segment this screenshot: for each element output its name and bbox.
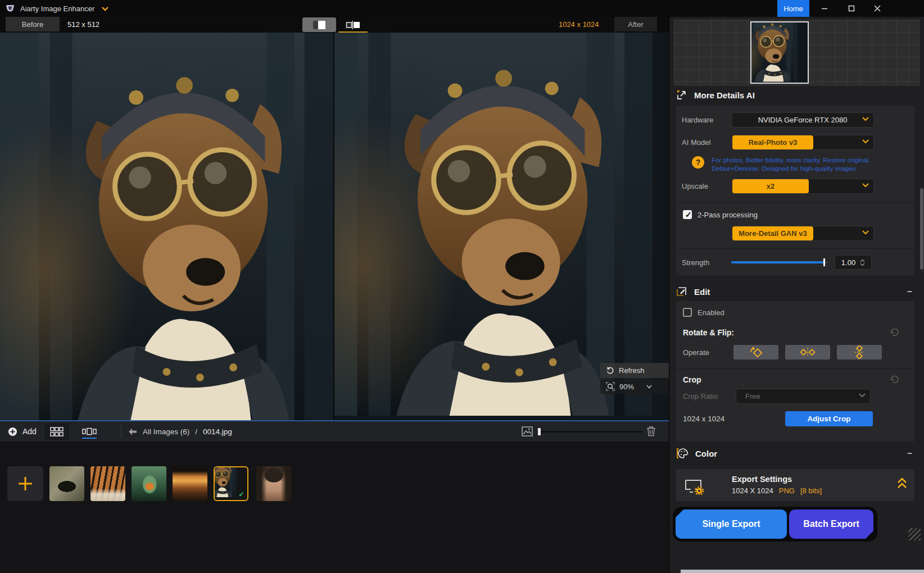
window-bottom-edge xyxy=(681,570,924,573)
refresh-button[interactable]: Refresh xyxy=(600,363,669,378)
app-logo-icon xyxy=(4,3,16,14)
upscale-dropdown[interactable]: x2 xyxy=(731,179,874,194)
more-details-title: More Details AI xyxy=(694,90,755,100)
maximize-button[interactable] xyxy=(842,0,861,17)
flip-vertical-button[interactable] xyxy=(837,345,882,360)
rotate-icon xyxy=(749,347,763,358)
thumbnail-size-slider[interactable] xyxy=(538,431,642,433)
thumbnail-tiger[interactable] xyxy=(90,466,125,501)
title-chevron-down-icon[interactable] xyxy=(101,6,109,11)
strength-label: Strength xyxy=(682,258,724,267)
rotate-flip-undo-icon[interactable] xyxy=(890,329,900,336)
thumbnail-strip: ✓ xyxy=(0,442,669,573)
upscale-label: Upscale xyxy=(682,182,731,190)
thumbnail-butterfly[interactable] xyxy=(49,466,84,501)
all-images-link[interactable]: All Images (6) xyxy=(143,428,189,436)
zoom-value: 90% xyxy=(619,383,634,391)
gan-value: More-Detail GAN v3 xyxy=(732,226,813,240)
model-hint-line2: Deblur+Denoise. Designed for high-qualit… xyxy=(712,165,870,173)
crop-ratio-value: Free xyxy=(745,392,760,401)
gan-dropdown[interactable]: More-Detail GAN v3 xyxy=(731,226,874,241)
hardware-dropdown[interactable]: NVIDIA GeForce RTX 2080 xyxy=(731,112,874,128)
edit-icon xyxy=(676,286,687,297)
panel-scrollbar[interactable] xyxy=(920,188,923,270)
crop-ratio-dropdown[interactable]: Free xyxy=(736,389,871,404)
zoom-control[interactable]: 90% xyxy=(600,379,669,394)
export-size: 1024 X 1024 xyxy=(732,486,773,495)
before-image[interactable] xyxy=(0,33,334,420)
compare-tabbar: Before 512 x 512 1024 x 1024 xyxy=(0,17,669,33)
minimize-icon xyxy=(821,5,828,12)
split-view-button[interactable] xyxy=(302,17,336,32)
export-settings-icon xyxy=(684,476,705,495)
help-icon[interactable]: ? xyxy=(692,156,704,169)
after-image[interactable] xyxy=(334,33,668,420)
close-icon xyxy=(874,5,881,12)
export-settings-box[interactable]: Export Settings 1024 X 1024 PNG [8 bits] xyxy=(676,469,914,501)
single-export-button[interactable]: Single Export xyxy=(676,510,787,539)
compare-canvas[interactable] xyxy=(0,33,669,420)
section-edit: Edit – xyxy=(676,285,918,298)
section-color: Color – xyxy=(676,447,918,460)
export-format: PNG xyxy=(779,486,795,495)
thumbnail-woman[interactable] xyxy=(256,466,291,501)
gear-icon xyxy=(695,487,703,495)
viewer: Before 512 x 512 1024 x 1024 xyxy=(0,17,669,573)
tab-before[interactable]: Before xyxy=(6,17,60,31)
flip-horizontal-button[interactable] xyxy=(785,345,830,360)
export-bit-depth: [8 bits] xyxy=(800,486,822,495)
add-button[interactable]: Add xyxy=(8,427,37,436)
titlebar: Aiarty Image Enhancer Home xyxy=(0,0,924,17)
upscale-chevron-down-icon xyxy=(862,183,869,188)
strength-value-box[interactable]: 1.00 xyxy=(835,255,872,270)
thumbnail-terrarium[interactable] xyxy=(132,466,166,501)
after-size: 1024 x 1024 xyxy=(559,20,599,29)
enabled-checkbox[interactable] xyxy=(683,308,692,317)
adjust-crop-button[interactable]: Adjust Crop xyxy=(785,411,873,426)
split-view-icon xyxy=(312,20,326,30)
home-button[interactable]: Home xyxy=(777,0,809,17)
two-pass-checkbox[interactable] xyxy=(683,210,692,219)
thumbnail-burger[interactable] xyxy=(173,466,207,501)
magnifier-icon xyxy=(606,382,615,391)
strength-handle[interactable] xyxy=(823,258,825,266)
before-size: 512 x 512 xyxy=(67,20,99,29)
edit-collapse-icon[interactable]: – xyxy=(907,286,912,297)
enabled-label: Enabled xyxy=(697,308,724,317)
crop-label: Crop xyxy=(683,375,701,384)
upscale-value: x2 xyxy=(732,179,809,193)
thumbnail-dog-selected[interactable]: ✓ xyxy=(214,466,248,501)
resize-grip[interactable] xyxy=(908,528,921,540)
back-arrow-icon[interactable] xyxy=(128,428,137,435)
side-by-side-view-button[interactable] xyxy=(336,17,370,32)
crop-undo-icon[interactable] xyxy=(890,376,900,384)
settings-panel: More Details AI Hardware NVIDIA GeForce … xyxy=(669,17,924,573)
filmstrip-view-icon xyxy=(82,428,97,435)
bottom-toolbar: Add xyxy=(0,421,669,442)
grid-view-button[interactable] xyxy=(44,423,69,440)
navigator-thumbnail[interactable] xyxy=(750,21,809,84)
add-icon xyxy=(8,427,17,436)
thumbnail-size-slider-handle[interactable] xyxy=(538,428,541,435)
batch-export-button[interactable]: Batch Export xyxy=(789,510,873,539)
tab-after[interactable]: After xyxy=(614,17,657,31)
strength-slider[interactable] xyxy=(731,261,828,263)
filmstrip-view-button[interactable] xyxy=(77,423,102,440)
delete-icon[interactable] xyxy=(646,426,656,436)
rotate-button[interactable] xyxy=(733,345,778,360)
crop-size: 1024 x 1024 xyxy=(683,415,724,423)
hardware-label: Hardware xyxy=(682,116,731,124)
breadcrumb: All Images (6) / 0014.jpg xyxy=(128,428,232,436)
ai-model-chevron-down-icon xyxy=(862,139,869,144)
add-image-tile[interactable] xyxy=(7,466,43,501)
color-collapse-icon[interactable]: – xyxy=(907,448,912,458)
minimize-button[interactable] xyxy=(815,0,834,17)
strength-spinner[interactable] xyxy=(860,259,865,266)
two-pass-label: 2-Pass processing xyxy=(697,211,758,219)
crop-ratio-label: Crop Ratio xyxy=(683,392,729,401)
close-button[interactable] xyxy=(868,0,887,17)
maximize-icon xyxy=(848,5,855,12)
operate-label: Operate xyxy=(683,348,727,357)
collapse-up-chevrons-icon[interactable] xyxy=(896,477,908,489)
ai-model-dropdown[interactable]: Real-Photo v3 xyxy=(731,135,874,150)
